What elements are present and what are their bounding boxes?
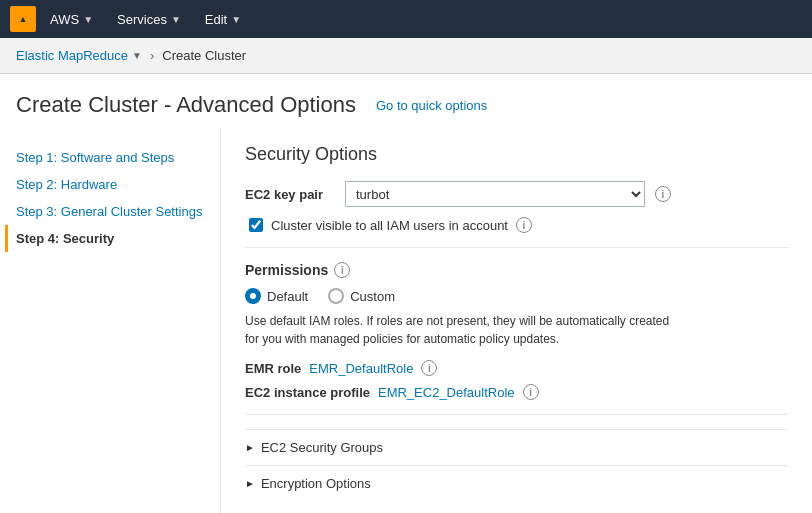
- encryption-options-expand[interactable]: ► Encryption Options: [245, 465, 788, 501]
- nav-services-chevron: ▼: [171, 14, 181, 25]
- emr-role-label: EMR role: [245, 361, 301, 376]
- nav-services[interactable]: Services ▼: [107, 6, 191, 33]
- permissions-label: Permissions i: [245, 262, 788, 278]
- sidebar-item-step3[interactable]: Step 3: General Cluster Settings: [16, 198, 220, 225]
- ec2-key-pair-info-icon[interactable]: i: [655, 186, 671, 202]
- divider-1: [245, 247, 788, 248]
- top-navigation: ▲ AWS ▼ Services ▼ Edit ▼: [0, 0, 812, 38]
- ec2-security-groups-arrow: ►: [245, 442, 255, 453]
- page-title: Create Cluster - Advanced Options: [16, 92, 356, 118]
- radio-custom[interactable]: Custom: [328, 288, 395, 304]
- nav-edit-label: Edit: [205, 12, 227, 27]
- permissions-radio-row: Default Custom: [245, 288, 788, 304]
- ec2-instance-profile-info-icon[interactable]: i: [523, 384, 539, 400]
- radio-default-label: Default: [267, 289, 308, 304]
- main-layout: Step 1: Software and Steps Step 2: Hardw…: [0, 128, 812, 513]
- radio-default-circle: [245, 288, 261, 304]
- section-heading: Security Options: [245, 144, 788, 165]
- nav-aws[interactable]: AWS ▼: [40, 6, 103, 33]
- ec2-instance-profile-row: EC2 instance profile EMR_EC2_DefaultRole…: [245, 384, 788, 400]
- cluster-visible-info-icon[interactable]: i: [516, 217, 532, 233]
- sidebar-item-step1[interactable]: Step 1: Software and Steps: [16, 144, 220, 171]
- permissions-label-text: Permissions: [245, 262, 328, 278]
- quick-options-link[interactable]: Go to quick options: [376, 98, 487, 113]
- breadcrumb-parent-label: Elastic MapReduce: [16, 48, 128, 63]
- ec2-key-pair-select[interactable]: turbot None: [345, 181, 645, 207]
- page-header: Create Cluster - Advanced Options Go to …: [0, 74, 812, 128]
- ec2-security-groups-label: EC2 Security Groups: [261, 440, 383, 455]
- nav-services-label: Services: [117, 12, 167, 27]
- radio-default[interactable]: Default: [245, 288, 308, 304]
- sidebar-item-step2[interactable]: Step 2: Hardware: [16, 171, 220, 198]
- breadcrumb-chevron: ▼: [132, 50, 142, 61]
- ec2-key-pair-row: EC2 key pair turbot None i: [245, 181, 788, 207]
- emr-role-info-icon[interactable]: i: [421, 360, 437, 376]
- encryption-options-arrow: ►: [245, 478, 255, 489]
- radio-custom-circle: [328, 288, 344, 304]
- ec2-instance-profile-label: EC2 instance profile: [245, 385, 370, 400]
- ec2-key-pair-label: EC2 key pair: [245, 187, 335, 202]
- breadcrumb-parent[interactable]: Elastic MapReduce ▼: [16, 48, 142, 63]
- breadcrumb-current: Create Cluster: [162, 48, 246, 63]
- radio-custom-label: Custom: [350, 289, 395, 304]
- cluster-visible-checkbox[interactable]: [249, 218, 263, 232]
- nav-aws-chevron: ▼: [83, 14, 93, 25]
- breadcrumb-separator: ›: [150, 48, 154, 63]
- content-area: Security Options EC2 key pair turbot Non…: [220, 128, 812, 513]
- sidebar-item-step4[interactable]: Step 4: Security: [5, 225, 220, 252]
- emr-role-link[interactable]: EMR_DefaultRole: [309, 361, 413, 376]
- cluster-visible-row: Cluster visible to all IAM users in acco…: [245, 217, 788, 233]
- nav-aws-label: AWS: [50, 12, 79, 27]
- nav-edit[interactable]: Edit ▼: [195, 6, 251, 33]
- permissions-description: Use default IAM roles. If roles are not …: [245, 312, 788, 348]
- encryption-options-label: Encryption Options: [261, 476, 371, 491]
- sidebar: Step 1: Software and Steps Step 2: Hardw…: [0, 128, 220, 513]
- breadcrumb-bar: Elastic MapReduce ▼ › Create Cluster: [0, 38, 812, 74]
- nav-edit-chevron: ▼: [231, 14, 241, 25]
- ec2-instance-profile-link[interactable]: EMR_EC2_DefaultRole: [378, 385, 515, 400]
- divider-2: [245, 414, 788, 415]
- aws-logo[interactable]: ▲: [10, 6, 36, 32]
- emr-role-row: EMR role EMR_DefaultRole i: [245, 360, 788, 376]
- cluster-visible-label: Cluster visible to all IAM users in acco…: [271, 218, 508, 233]
- permissions-info-icon[interactable]: i: [334, 262, 350, 278]
- ec2-security-groups-expand[interactable]: ► EC2 Security Groups: [245, 429, 788, 465]
